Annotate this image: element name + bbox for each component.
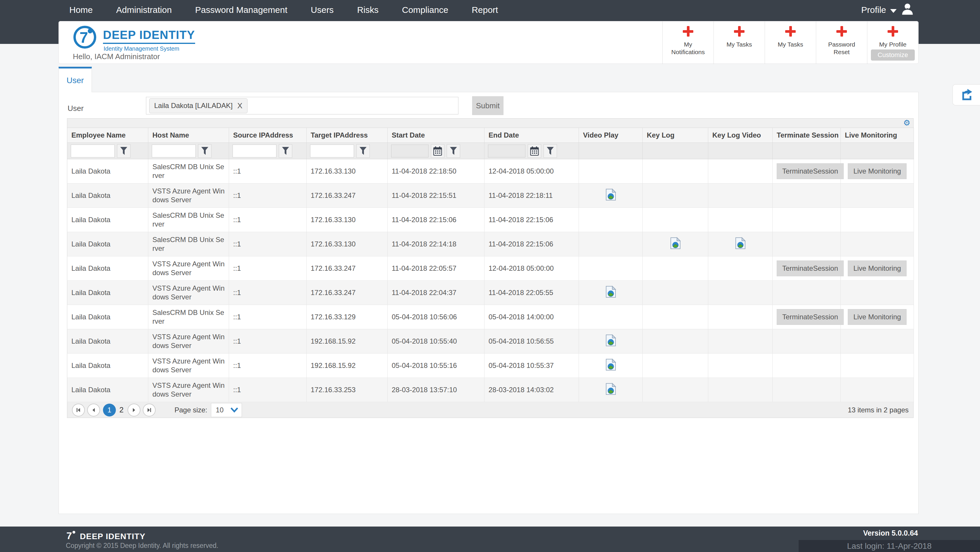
customize-button[interactable]: Customize <box>871 49 915 61</box>
greeting-text: Hello, IACM Administrator <box>73 52 160 61</box>
nav-item-administration[interactable]: Administration <box>105 5 183 15</box>
column-header-employee-name[interactable]: Employee Name <box>67 128 148 143</box>
main-panel: User Laila Dakota [LAILADAK] X Submit ⚙ … <box>59 92 919 514</box>
gear-settings-icon[interactable]: ⚙ <box>904 119 910 127</box>
filter-input-host-name[interactable] <box>152 145 196 158</box>
cell-key-log <box>643 305 708 329</box>
filter-cell-video-play <box>579 143 643 159</box>
deep-identity-footer-logo-icon: 7 <box>66 530 76 542</box>
plus-icon <box>888 26 898 37</box>
pager-page-current[interactable]: 1 <box>103 404 116 416</box>
nav-item-report[interactable]: Report <box>460 5 510 15</box>
filter-input-employee-name[interactable] <box>71 145 115 158</box>
table-row: Laila DakotaSalesCRM DB Unix Server::117… <box>67 232 914 256</box>
video-play-icon[interactable] <box>606 359 616 373</box>
key-log-icon[interactable] <box>670 237 681 251</box>
live-monitoring-button[interactable]: Live Monitoring <box>848 309 907 325</box>
column-header-live-monitoring[interactable]: Live Monitoring <box>841 128 914 143</box>
filter-funnel-button-employee-name[interactable] <box>117 144 130 158</box>
filter-funnel-button-target-ipaddress[interactable] <box>356 144 370 158</box>
pager-last-button[interactable] <box>143 404 156 416</box>
cell-live-monitoring: Live Monitoring <box>841 159 914 183</box>
filter-input-target-ipaddress[interactable] <box>310 145 354 158</box>
pager-bar: 12 Page size: 10 13 items in 2 pages <box>67 402 913 418</box>
cell-live-monitoring: Live Monitoring <box>841 256 914 281</box>
page-size-dropdown[interactable]: 10 <box>211 403 242 417</box>
column-header-video-play[interactable]: Video Play <box>579 128 643 143</box>
pager-next-button[interactable] <box>127 404 140 416</box>
shortcut-my-notifications[interactable]: My Notifications <box>662 21 713 64</box>
column-header-start-date[interactable]: Start Date <box>388 128 484 143</box>
calendar-icon-button-start-date[interactable] <box>431 144 444 158</box>
filter-cell-key-log-video <box>708 143 773 159</box>
filter-date-input-start-date[interactable] <box>391 145 429 158</box>
filter-funnel-button-host-name[interactable] <box>198 144 212 158</box>
cell-key-log-video <box>708 281 773 305</box>
shortcut-password-reset[interactable]: Password Reset <box>816 21 867 64</box>
cell-video-play <box>579 208 643 232</box>
filter-funnel-button-source-ipaddress[interactable] <box>279 144 292 158</box>
column-header-key-log-video[interactable]: Key Log Video <box>708 128 773 143</box>
selected-user-chip[interactable]: Laila Dakota [LAILADAK] X <box>149 98 248 113</box>
cell-employee-name: Laila Dakota <box>67 281 148 305</box>
shortcut-my-tasks[interactable]: My Tasks <box>713 21 765 64</box>
cell-live-monitoring <box>841 183 914 208</box>
cell-terminate-session <box>773 281 841 305</box>
terminate-session-button[interactable]: TerminateSession <box>777 163 844 179</box>
filter-funnel-button-start-date[interactable] <box>447 144 460 158</box>
cell-source-ip: ::1 <box>229 329 307 354</box>
column-header-key-log[interactable]: Key Log <box>643 128 708 143</box>
cell-employee-name: Laila Dakota <box>67 354 148 378</box>
plus-icon <box>683 26 693 37</box>
shortcut-label: My Notifications <box>663 41 713 56</box>
filter-input-source-ipaddress[interactable] <box>232 145 277 158</box>
cell-key-log-video <box>708 378 773 402</box>
nav-item-password-management[interactable]: Password Management <box>183 5 299 15</box>
video-play-icon[interactable] <box>606 286 616 300</box>
profile-menu[interactable]: Profile <box>861 2 914 18</box>
cell-end-date: 11-04-2018 22:05:55 <box>484 281 579 305</box>
video-play-icon[interactable] <box>606 334 616 348</box>
cell-target-ip: 172.16.33.129 <box>307 305 388 329</box>
pager-first-button[interactable] <box>72 404 85 416</box>
shortcut-my-tasks[interactable]: My Tasks <box>765 21 816 64</box>
shortcut-label: My Profile <box>874 41 911 48</box>
user-search-input[interactable]: Laila Dakota [LAILADAK] X <box>146 97 458 115</box>
pager-page-2[interactable]: 2 <box>119 405 123 415</box>
nav-item-users[interactable]: Users <box>299 5 345 15</box>
column-header-terminate-session[interactable]: Terminate Session <box>773 128 841 143</box>
nav-items: HomeAdministrationPassword ManagementUse… <box>57 5 510 15</box>
submit-button[interactable]: Submit <box>472 96 503 115</box>
filter-cell-live-monitoring <box>841 143 914 159</box>
column-header-target-ipaddress[interactable]: Target IPAddress <box>307 128 388 143</box>
nav-item-compliance[interactable]: Compliance <box>390 5 460 15</box>
nav-item-risks[interactable]: Risks <box>345 5 390 15</box>
live-monitoring-button[interactable]: Live Monitoring <box>848 260 907 276</box>
tab-user[interactable]: User <box>59 67 92 92</box>
nav-item-home[interactable]: Home <box>57 5 105 15</box>
cell-employee-name: Laila Dakota <box>67 208 148 232</box>
column-header-source-ipaddress[interactable]: Source IPAddress <box>229 128 307 143</box>
filter-date-input-end-date[interactable] <box>488 145 525 158</box>
cell-live-monitoring: Live Monitoring <box>841 305 914 329</box>
column-header-end-date[interactable]: End Date <box>484 128 579 143</box>
column-header-host-name[interactable]: Host Name <box>148 128 229 143</box>
video-play-icon[interactable] <box>606 383 616 397</box>
live-monitoring-button[interactable]: Live Monitoring <box>848 163 907 179</box>
cell-live-monitoring <box>841 378 914 402</box>
export-side-tab[interactable] <box>953 84 980 105</box>
chip-remove-icon[interactable]: X <box>237 101 242 110</box>
terminate-session-button[interactable]: TerminateSession <box>777 309 844 325</box>
filter-funnel-button-end-date[interactable] <box>544 144 557 158</box>
calendar-icon-button-end-date[interactable] <box>528 144 541 158</box>
terminate-session-button[interactable]: TerminateSession <box>777 260 844 276</box>
table-row: Laila DakotaVSTS Azure Agent Windows Ser… <box>67 256 914 281</box>
pager-prev-button[interactable] <box>87 404 100 416</box>
video-play-icon[interactable] <box>606 188 616 203</box>
filter-cell-source-ipaddress <box>229 143 307 159</box>
brand-logo: 7 DEEP IDENTITY Identity Management Syst… <box>72 24 195 52</box>
key-log-video-icon[interactable] <box>735 237 746 251</box>
cell-terminate-session: TerminateSession <box>773 256 841 281</box>
cell-start-date: 11-04-2018 22:18:50 <box>388 159 484 183</box>
footer-last-login: Last login: 11-Apr-2018 <box>799 540 980 552</box>
